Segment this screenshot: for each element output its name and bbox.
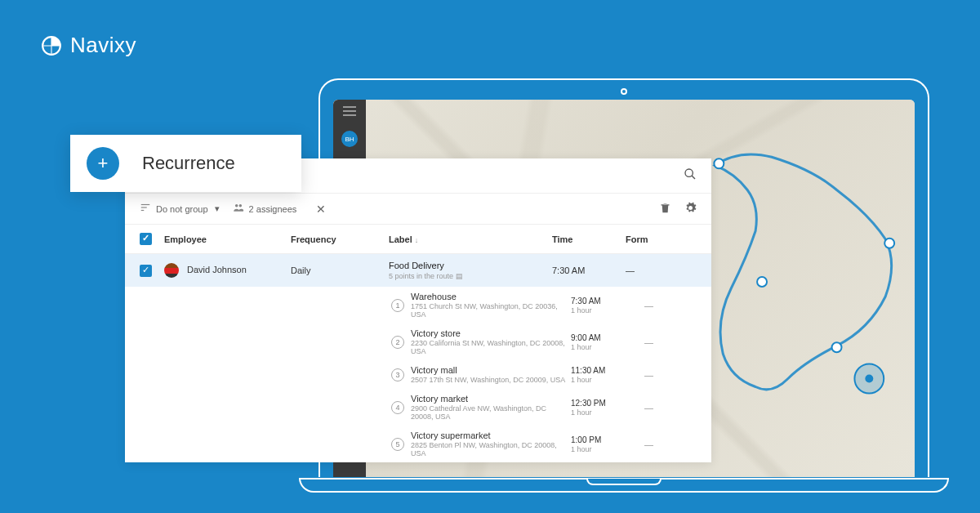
route-point-row[interactable]: 4Victory market2900 Cathedral Ave NW, Wa… bbox=[125, 389, 711, 426]
point-form: — bbox=[644, 301, 653, 310]
point-time: 11:30 AM bbox=[571, 366, 644, 375]
route-point-row[interactable]: 5Victory supermarket2825 Benton Pl NW, W… bbox=[125, 426, 711, 462]
route-point-number: 3 bbox=[391, 368, 404, 381]
row-frequency: Daily bbox=[291, 265, 389, 275]
svg-rect-10 bbox=[141, 207, 147, 208]
menu-icon[interactable] bbox=[343, 106, 356, 116]
recurrence-card: + Recurrence bbox=[70, 135, 301, 192]
point-duration: 1 hour bbox=[571, 376, 644, 384]
delete-icon[interactable] bbox=[659, 202, 671, 216]
point-time: 1:00 PM bbox=[571, 435, 644, 444]
col-form[interactable]: Form bbox=[626, 234, 697, 244]
point-duration: 1 hour bbox=[571, 343, 644, 351]
navixy-logo-icon bbox=[41, 35, 62, 56]
group-selector[interactable]: Do not group ▾ bbox=[140, 202, 220, 216]
point-address: 2825 Benton Pl NW, Washington, DC 20008,… bbox=[411, 441, 571, 457]
assignees-selector[interactable]: 2 assignees bbox=[233, 202, 297, 216]
svg-point-6 bbox=[757, 277, 767, 287]
point-duration: 1 hour bbox=[571, 306, 644, 314]
point-name: Warehouse bbox=[411, 292, 571, 301]
group-label: Do not group bbox=[156, 204, 208, 214]
point-time: 7:30 AM bbox=[571, 297, 644, 306]
point-name: Victory supermarket bbox=[411, 430, 571, 440]
point-address: 2900 Cathedral Ave NW, Washington, DC 20… bbox=[411, 404, 571, 421]
col-label[interactable]: Label↓ bbox=[389, 234, 552, 244]
panel-toolbar: Do not group ▾ 2 assignees ✕ bbox=[125, 194, 711, 225]
route-point-number: 1 bbox=[391, 299, 404, 312]
route-icon: ▤ bbox=[456, 272, 463, 280]
table-row[interactable]: David Johnson Daily Food Delivery 5 poin… bbox=[125, 254, 711, 287]
svg-point-2 bbox=[884, 239, 894, 248]
laptop-camera-icon bbox=[621, 88, 627, 95]
row-time: 7:30 AM bbox=[552, 265, 626, 275]
point-address: 1751 Church St NW, Washington, DC 20036,… bbox=[411, 302, 571, 319]
brand-name: Navixy bbox=[70, 33, 136, 58]
point-form: — bbox=[644, 337, 653, 347]
people-icon bbox=[233, 202, 244, 216]
employee-avatar bbox=[164, 263, 179, 278]
svg-point-3 bbox=[832, 342, 842, 352]
row-label-sub: 5 points in the route bbox=[389, 272, 453, 280]
laptop-notch bbox=[586, 479, 662, 485]
route-point-row[interactable]: 2Victory store2230 California St NW, Was… bbox=[125, 323, 711, 360]
user-avatar-mini[interactable]: BH bbox=[341, 131, 358, 147]
svg-point-1 bbox=[714, 158, 724, 168]
brand-logo: Navixy bbox=[41, 33, 136, 58]
route-point-number: 2 bbox=[391, 336, 404, 349]
point-name: Victory market bbox=[411, 394, 571, 404]
point-name: Victory mall bbox=[411, 365, 571, 375]
svg-rect-11 bbox=[141, 210, 145, 211]
recurrence-title: Recurrence bbox=[142, 153, 235, 174]
employee-name: David Johnson bbox=[187, 265, 247, 274]
row-checkbox[interactable] bbox=[140, 265, 152, 277]
tasks-panel: Do not group ▾ 2 assignees ✕ Employee Fr… bbox=[125, 158, 711, 462]
point-time: 12:30 PM bbox=[571, 399, 644, 408]
point-name: Victory store bbox=[411, 328, 571, 338]
add-button[interactable]: + bbox=[87, 147, 119, 180]
svg-point-5 bbox=[865, 374, 873, 382]
point-form: — bbox=[644, 439, 653, 449]
row-form: — bbox=[626, 265, 697, 275]
col-frequency[interactable]: Frequency bbox=[291, 234, 389, 244]
col-time[interactable]: Time bbox=[552, 234, 626, 244]
point-form: — bbox=[644, 370, 653, 380]
clear-filter-icon[interactable]: ✕ bbox=[316, 203, 326, 216]
svg-line-8 bbox=[692, 176, 695, 179]
select-all-checkbox[interactable] bbox=[140, 233, 152, 245]
point-address: 2507 17th St NW, Washington, DC 20009, U… bbox=[411, 376, 571, 384]
svg-rect-9 bbox=[141, 204, 150, 205]
point-form: — bbox=[644, 403, 653, 413]
search-icon[interactable] bbox=[684, 167, 697, 184]
col-employee[interactable]: Employee bbox=[164, 234, 291, 244]
row-label-main: Food Delivery bbox=[389, 261, 552, 270]
route-point-row[interactable]: 1Warehouse1751 Church St NW, Washington,… bbox=[125, 287, 711, 323]
svg-point-7 bbox=[685, 169, 693, 176]
route-point-number: 5 bbox=[391, 438, 404, 451]
sort-arrow-icon: ↓ bbox=[415, 236, 419, 244]
point-duration: 1 hour bbox=[571, 445, 644, 453]
svg-point-12 bbox=[235, 204, 238, 207]
settings-icon[interactable] bbox=[684, 202, 697, 216]
point-time: 9:00 AM bbox=[571, 333, 644, 342]
table-header: Employee Frequency Label↓ Time Form bbox=[125, 225, 711, 254]
route-point-row[interactable]: 3Victory mall2507 17th St NW, Washington… bbox=[125, 360, 711, 389]
point-duration: 1 hour bbox=[571, 408, 644, 417]
route-point-number: 4 bbox=[391, 401, 404, 414]
svg-point-13 bbox=[238, 204, 242, 207]
point-address: 2230 California St NW, Washington, DC 20… bbox=[411, 339, 571, 355]
chevron-down-icon: ▾ bbox=[215, 203, 220, 214]
assignees-label: 2 assignees bbox=[249, 204, 297, 214]
sort-icon bbox=[140, 202, 151, 216]
